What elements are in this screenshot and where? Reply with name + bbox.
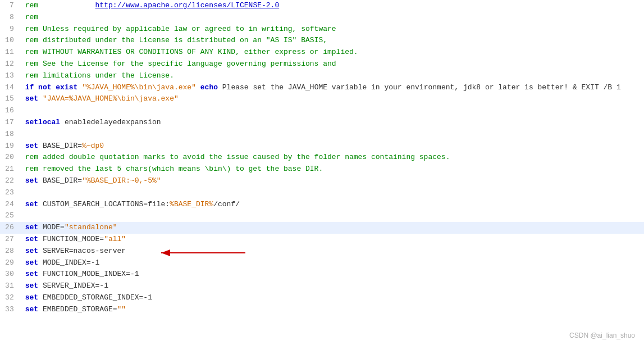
line-content: set MODE_INDEX=-1 bbox=[21, 257, 644, 269]
line-content: if not exist "%JAVA_HOME%\bin\java.exe" … bbox=[21, 82, 644, 94]
line-number: 25 bbox=[0, 210, 21, 222]
table-row: 15set "JAVA=%JAVA_HOME%\bin\java.exe" bbox=[0, 93, 644, 105]
table-row: 33set EMBEDDED_STORAGE="" bbox=[0, 304, 644, 316]
line-number: 27 bbox=[0, 234, 21, 246]
line-content: set MODE="standalone" bbox=[21, 222, 644, 234]
table-row: 32set EMBEDDED_STORAGE_INDEX=-1 bbox=[0, 292, 644, 304]
table-row: 29set MODE_INDEX=-1 bbox=[0, 257, 644, 269]
table-row: 13rem limitations under the License. bbox=[0, 70, 644, 82]
table-row: 7rem http://www.apache.org/licenses/LICE… bbox=[0, 0, 644, 12]
line-number: 32 bbox=[0, 292, 21, 304]
line-number: 21 bbox=[0, 164, 21, 175]
line-content bbox=[21, 187, 644, 199]
line-number: 12 bbox=[0, 58, 21, 70]
table-row: 28set SERVER=nacos-server bbox=[0, 246, 644, 257]
line-content: rem http://www.apache.org/licenses/LICEN… bbox=[21, 0, 644, 12]
line-number: 8 bbox=[0, 12, 21, 24]
line-content: rem bbox=[21, 12, 644, 24]
arrow-annotation bbox=[158, 245, 248, 261]
table-row: 22set BASE_DIR="%BASE_DIR:~0,-5%" bbox=[0, 175, 644, 187]
line-content: set SERVER_INDEX=-1 bbox=[21, 280, 644, 292]
line-content: set FUNCTION_MODE="all" bbox=[21, 234, 644, 246]
line-content: rem added double quotation marks to avoi… bbox=[21, 152, 644, 164]
table-row: 11rem WITHOUT WARRANTIES OR CONDITIONS O… bbox=[0, 47, 644, 58]
table-row: 24set CUSTOM_SEARCH_LOCATIONS=file:%BASE… bbox=[0, 199, 644, 211]
line-number: 7 bbox=[0, 0, 21, 12]
line-number: 31 bbox=[0, 280, 21, 292]
line-number: 18 bbox=[0, 129, 21, 140]
line-content bbox=[21, 210, 644, 222]
line-number: 10 bbox=[0, 35, 21, 47]
table-row: 9rem Unless required by applicable law o… bbox=[0, 24, 644, 35]
table-row: 26set MODE="standalone" bbox=[0, 222, 644, 234]
table-row: 27set FUNCTION_MODE="all" bbox=[0, 234, 644, 246]
table-row: 19set BASE_DIR=%~dp0 bbox=[0, 140, 644, 152]
line-number: 26 bbox=[0, 222, 21, 234]
line-content: set EMBEDDED_STORAGE_INDEX=-1 bbox=[21, 292, 644, 304]
line-number: 24 bbox=[0, 199, 21, 211]
line-number: 30 bbox=[0, 269, 21, 280]
line-number: 15 bbox=[0, 93, 21, 105]
line-content: set BASE_DIR="%BASE_DIR:~0,-5%" bbox=[21, 175, 644, 187]
table-row: 31set SERVER_INDEX=-1 bbox=[0, 280, 644, 292]
line-content: set SERVER=nacos-server bbox=[21, 246, 644, 257]
table-row: 10rem distributed under the License is d… bbox=[0, 35, 644, 47]
line-content: rem removed the last 5 chars(which means… bbox=[21, 164, 644, 175]
line-content: rem WITHOUT WARRANTIES OR CONDITIONS OF … bbox=[21, 47, 644, 58]
line-content: setlocal enabledelayedexpansion bbox=[21, 117, 644, 129]
table-row: 18 bbox=[0, 129, 644, 140]
table-row: 23 bbox=[0, 187, 644, 199]
line-content: rem distributed under the License is dis… bbox=[21, 35, 644, 47]
code-container: 7rem http://www.apache.org/licenses/LICE… bbox=[0, 0, 644, 345]
line-content bbox=[21, 105, 644, 117]
line-number: 13 bbox=[0, 70, 21, 82]
table-row: 20rem added double quotation marks to av… bbox=[0, 152, 644, 164]
line-number: 16 bbox=[0, 105, 21, 117]
table-row: 12rem See the License for the specific l… bbox=[0, 58, 644, 70]
line-number: 9 bbox=[0, 24, 21, 35]
line-content: rem limitations under the License. bbox=[21, 70, 644, 82]
line-number: 19 bbox=[0, 140, 21, 152]
line-content: set EMBEDDED_STORAGE="" bbox=[21, 304, 644, 316]
line-number: 28 bbox=[0, 246, 21, 257]
line-content: rem See the License for the specific lan… bbox=[21, 58, 644, 70]
table-row: 30set FUNCTION_MODE_INDEX=-1 bbox=[0, 269, 644, 280]
table-row: 14if not exist "%JAVA_HOME%\bin\java.exe… bbox=[0, 82, 644, 94]
table-row: 8rem bbox=[0, 12, 644, 24]
table-row: 21rem removed the last 5 chars(which mea… bbox=[0, 164, 644, 175]
line-content: set CUSTOM_SEARCH_LOCATIONS=file:%BASE_D… bbox=[21, 199, 644, 211]
watermark-text: CSDN @ai_lian_shuo bbox=[569, 332, 635, 339]
code-table: 7rem http://www.apache.org/licenses/LICE… bbox=[0, 0, 644, 316]
line-number: 33 bbox=[0, 304, 21, 316]
line-number: 14 bbox=[0, 82, 21, 94]
line-content: rem Unless required by applicable law or… bbox=[21, 24, 644, 35]
line-number: 20 bbox=[0, 152, 21, 164]
line-content: set BASE_DIR=%~dp0 bbox=[21, 140, 644, 152]
line-content: set FUNCTION_MODE_INDEX=-1 bbox=[21, 269, 644, 280]
line-content bbox=[21, 129, 644, 140]
table-row: 17setlocal enabledelayedexpansion bbox=[0, 117, 644, 129]
line-number: 23 bbox=[0, 187, 21, 199]
line-content: set "JAVA=%JAVA_HOME%\bin\java.exe" bbox=[21, 93, 644, 105]
line-number: 17 bbox=[0, 117, 21, 129]
table-row: 16 bbox=[0, 105, 644, 117]
line-number: 22 bbox=[0, 175, 21, 187]
line-number: 11 bbox=[0, 47, 21, 58]
table-row: 25 bbox=[0, 210, 644, 222]
line-number: 29 bbox=[0, 257, 21, 269]
